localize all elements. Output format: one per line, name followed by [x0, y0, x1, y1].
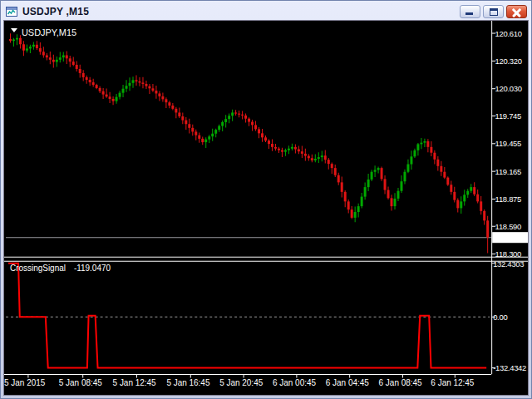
time-axis-label: 6 Jan 00:45 — [273, 378, 316, 387]
time-axis-label: 5 Jan 12:45 — [113, 378, 156, 387]
svg-text:USDJPY,M15: USDJPY,M15 — [22, 27, 76, 37]
restore-button[interactable] — [483, 5, 504, 18]
current-price-tag: 118.473 — [492, 232, 528, 243]
main-chart-area[interactable] — [4, 21, 491, 257]
price-axis[interactable] — [491, 21, 528, 395]
price-axis-label: 119.165 — [495, 167, 521, 176]
chart-window-icon — [5, 5, 19, 18]
time-axis-label: 6 Jan 08:45 — [379, 378, 422, 387]
time-axis-label: 5 Jan 08:45 — [59, 378, 102, 387]
svg-text:118.473: 118.473 — [495, 233, 521, 242]
time-axis-label: 5 Jan 16:45 — [166, 378, 209, 387]
chart-canvas[interactable]: 120.610120.320120.030119.745119.455119.1… — [4, 21, 528, 395]
time-axis-label: 6 Jan 12:45 — [431, 378, 474, 387]
minimize-icon — [466, 12, 473, 15]
indicator-axis-label: 0.00 — [493, 313, 507, 322]
mt4-chart-window: USDJPY ,M15 120.610120.320120.030119.745… — [0, 0, 532, 399]
window-title: USDJPY ,M15 — [22, 6, 89, 17]
price-axis-label: 119.455 — [495, 139, 521, 148]
price-axis-label: 118.875 — [495, 195, 521, 204]
price-axis-label: 118.590 — [495, 222, 521, 231]
price-axis-label: 120.030 — [495, 84, 522, 93]
indicator-axis-label: -132.4342 — [493, 363, 526, 372]
candle — [446, 176, 449, 186]
indicator-label: CrossingSignal-119.0470 — [10, 264, 111, 273]
time-axis-label: 5 Jan 2015 — [4, 378, 46, 387]
minimize-button[interactable] — [460, 5, 480, 18]
window-titlebar[interactable]: USDJPY ,M15 — [3, 2, 529, 20]
time-axis-label: 6 Jan 04:45 — [326, 378, 369, 387]
price-axis-label: 120.610 — [495, 29, 522, 38]
restore-icon — [490, 8, 498, 16]
price-axis-label: 119.745 — [495, 111, 521, 121]
candle — [381, 167, 383, 181]
time-axis-label: 5 Jan 20:45 — [219, 378, 263, 387]
price-axis-label: 120.320 — [495, 57, 522, 66]
chart-client-area: 120.610120.320120.030119.745119.455119.1… — [3, 20, 529, 396]
close-button[interactable] — [506, 5, 527, 18]
window-controls — [460, 5, 528, 18]
indicator-axis-label: 132.4303 — [493, 259, 524, 268]
